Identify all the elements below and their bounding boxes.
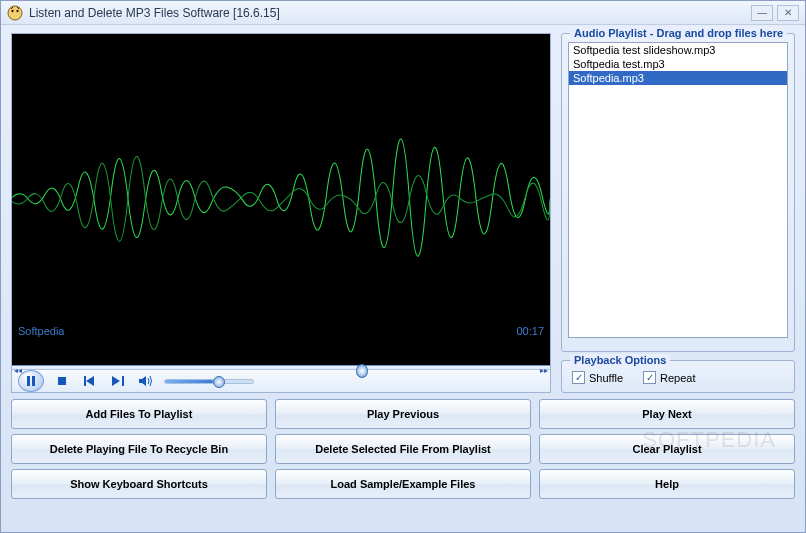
svg-point-2	[16, 9, 18, 11]
source-label: Softpedia	[18, 325, 64, 337]
checkbox-box: ✓	[572, 371, 585, 384]
svg-rect-6	[58, 377, 66, 385]
waveform-visualizer: Softpedia 00:17	[12, 34, 550, 365]
svg-rect-3	[12, 34, 550, 365]
app-icon	[7, 5, 23, 21]
play-next-button[interactable]: Play Next	[539, 399, 795, 429]
repeat-checkbox[interactable]: ✓ Repeat	[643, 371, 695, 384]
playback-group-label: Playback Options	[570, 354, 670, 366]
playback-options-group: Playback Options ✓ Shuffle ✓ Repeat	[561, 360, 795, 393]
window-buttons: — ✕	[751, 5, 799, 21]
svg-rect-8	[122, 376, 124, 386]
help-button[interactable]: Help	[539, 469, 795, 499]
svg-rect-7	[84, 376, 86, 386]
volume-slider[interactable]	[164, 379, 254, 384]
checkbox-box: ✓	[643, 371, 656, 384]
play-previous-button[interactable]: Play Previous	[275, 399, 531, 429]
seek-bar[interactable]: ◂◂ ▸▸	[12, 365, 550, 369]
stop-button[interactable]	[52, 371, 72, 391]
transport-bar	[12, 369, 550, 392]
repeat-label: Repeat	[660, 372, 695, 384]
svg-rect-5	[32, 376, 35, 386]
playlist-listbox[interactable]: Softpedia test slideshow.mp3Softpedia te…	[568, 42, 788, 338]
window-title: Listen and Delete MP3 Files Software [16…	[29, 6, 751, 20]
delete-selected-button[interactable]: Delete Selected File From Playlist	[275, 434, 531, 464]
top-section: Softpedia 00:17 ◂◂ ▸▸	[11, 33, 795, 393]
add-files-button[interactable]: Add Files To Playlist	[11, 399, 267, 429]
close-button[interactable]: ✕	[777, 5, 799, 21]
load-sample-button[interactable]: Load Sample/Example Files	[275, 469, 531, 499]
volume-thumb[interactable]	[213, 376, 225, 388]
playlist-group: Audio Playlist - Drag and drop files her…	[561, 33, 795, 352]
delete-recycle-button[interactable]: Delete Playing File To Recycle Bin	[11, 434, 267, 464]
app-window: Listen and Delete MP3 Files Software [16…	[0, 0, 806, 533]
right-column: Audio Playlist - Drag and drop files her…	[561, 33, 795, 393]
content-area: Softpedia 00:17 ◂◂ ▸▸	[1, 25, 805, 532]
playlist-item[interactable]: Softpedia test slideshow.mp3	[569, 43, 787, 57]
playback-options-row: ✓ Shuffle ✓ Repeat	[568, 369, 788, 386]
seek-end-icon: ▸▸	[540, 366, 548, 375]
volume-icon[interactable]	[136, 371, 156, 391]
svg-point-1	[11, 9, 13, 11]
seek-start-icon: ◂◂	[14, 366, 22, 375]
shuffle-checkbox[interactable]: ✓ Shuffle	[572, 371, 623, 384]
svg-rect-4	[27, 376, 30, 386]
volume-fill	[165, 380, 213, 383]
minimize-button[interactable]: —	[751, 5, 773, 21]
prev-track-button[interactable]	[80, 371, 100, 391]
buttons-grid: Add Files To Playlist Play Previous Play…	[11, 399, 795, 499]
titlebar: Listen and Delete MP3 Files Software [16…	[1, 1, 805, 25]
next-track-button[interactable]	[108, 371, 128, 391]
show-shortcuts-button[interactable]: Show Keyboard Shortcuts	[11, 469, 267, 499]
player-pane: Softpedia 00:17 ◂◂ ▸▸	[11, 33, 551, 393]
time-label: 00:17	[516, 325, 544, 337]
shuffle-label: Shuffle	[589, 372, 623, 384]
svg-point-0	[8, 6, 22, 20]
clear-playlist-button[interactable]: Clear Playlist	[539, 434, 795, 464]
playlist-item[interactable]: Softpedia test.mp3	[569, 57, 787, 71]
playlist-item[interactable]: Softpedia.mp3	[569, 71, 787, 85]
player-overlay: Softpedia 00:17	[18, 325, 544, 337]
playlist-group-label: Audio Playlist - Drag and drop files her…	[570, 27, 787, 39]
